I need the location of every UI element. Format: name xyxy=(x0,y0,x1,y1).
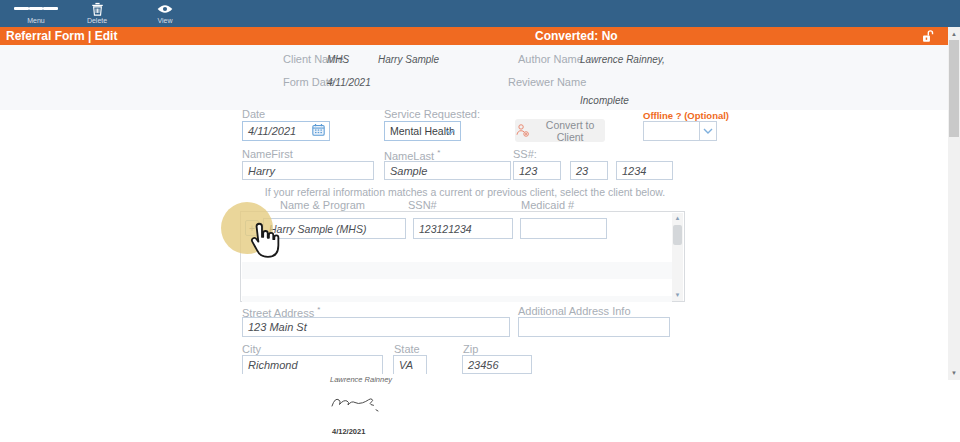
zip-value: 23456 xyxy=(468,359,499,371)
match-hint-text: If your referral information matches a c… xyxy=(240,186,690,198)
signature-name: Lawrence Rainney xyxy=(330,375,392,384)
zip-input[interactable]: 23456 xyxy=(462,355,532,374)
date-label: Date xyxy=(242,108,265,120)
form-header-band: Client Name: MHS Harry Sample Author Nam… xyxy=(0,45,948,110)
offline-input[interactable] xyxy=(643,121,700,141)
grid-scroll-down-icon[interactable]: ▼ xyxy=(672,290,683,301)
ssn-part2-input[interactable]: 23 xyxy=(570,161,608,180)
name-first-label: NameFirst xyxy=(242,148,293,160)
chevron-down-icon xyxy=(445,125,455,137)
top-toolbar: Menu Delete View xyxy=(0,0,960,27)
client-name-value: Harry Sample xyxy=(378,54,439,65)
calendar-icon[interactable] xyxy=(311,123,326,139)
author-name-label: Author Name xyxy=(518,53,583,65)
signature-image xyxy=(330,390,384,424)
select-client-add-button[interactable]: + xyxy=(245,220,259,236)
scroll-down-icon[interactable]: ▼ xyxy=(948,367,960,379)
name-first-input[interactable]: Harry xyxy=(242,161,374,180)
page-scrollbar[interactable]: ▲ ▼ xyxy=(948,27,960,380)
additional-address-input[interactable] xyxy=(518,317,670,337)
delete-label: Delete xyxy=(75,17,119,24)
state-label: State xyxy=(394,343,420,355)
form-title-bar: Referral Form | Edit Converted: No xyxy=(0,27,948,45)
grid-stripe-row xyxy=(242,296,672,302)
plus-icon: + xyxy=(249,223,255,234)
city-label: City xyxy=(242,343,261,355)
offline-optional-label: Offline ? (Optional) xyxy=(643,110,729,121)
convert-to-client-button[interactable]: Convert to Client xyxy=(515,119,605,142)
author-name-value: Lawrence Rainney, xyxy=(580,54,665,65)
form-date-value: 4/11/2021 xyxy=(327,77,371,88)
grid-row-ssn-cell[interactable]: 123121234 xyxy=(413,218,513,239)
date-input[interactable]: 4/11/2021 xyxy=(242,121,330,141)
ssn-part3-value: 1234 xyxy=(622,165,646,177)
chevron-down-icon xyxy=(703,128,713,134)
trash-icon xyxy=(75,2,119,15)
zip-label: Zip xyxy=(463,343,478,355)
required-asterisk: * xyxy=(437,148,440,157)
service-requested-label: Service Requested: xyxy=(384,108,480,120)
delete-button[interactable]: Delete xyxy=(75,2,119,24)
grid-row-name-value: Harry Sample (MHS) xyxy=(269,223,366,235)
state-input[interactable]: VA xyxy=(393,355,427,374)
convert-to-client-label: Convert to Client xyxy=(535,119,605,143)
referral-form-window: Menu Delete View Referral Form | Edit Co… xyxy=(0,0,960,442)
ssn-part1-value: 123 xyxy=(519,165,537,177)
grid-scrollbar[interactable]: ▲ ▼ xyxy=(672,213,683,301)
page-title: Referral Form | Edit xyxy=(6,29,117,43)
person-convert-icon xyxy=(515,122,530,139)
required-asterisk: * xyxy=(317,305,320,314)
grid-row-medicaid-cell[interactable] xyxy=(520,218,607,239)
date-value: 4/11/2021 xyxy=(248,125,296,137)
form-status: Incomplete xyxy=(580,95,629,106)
city-value: Richmond xyxy=(248,359,298,371)
menu-label: Menu xyxy=(14,17,58,24)
grid-scroll-up-icon[interactable]: ▲ xyxy=(672,213,683,224)
name-last-value: Sample xyxy=(390,165,427,177)
ssn-label: SS#: xyxy=(513,148,537,160)
state-value: VA xyxy=(399,359,413,371)
menu-button[interactable]: Menu xyxy=(14,2,58,24)
view-button[interactable]: View xyxy=(143,2,187,24)
name-first-value: Harry xyxy=(248,165,275,177)
client-program-value: MHS xyxy=(327,54,349,65)
street-address-input[interactable]: 123 Main St xyxy=(242,317,510,337)
scroll-up-icon[interactable]: ▲ xyxy=(948,28,960,40)
offline-dropdown-button[interactable] xyxy=(699,121,717,141)
ssn-part1-input[interactable]: 123 xyxy=(513,161,561,180)
additional-address-label: Additional Address Info xyxy=(518,305,631,317)
grid-row-ssn-value: 123121234 xyxy=(419,223,472,235)
grid-row-name-cell[interactable]: Harry Sample (MHS) xyxy=(263,218,406,239)
name-last-input[interactable]: Sample xyxy=(384,161,511,180)
grid-header-medicaid: Medicaid # xyxy=(521,199,574,211)
city-input[interactable]: Richmond xyxy=(242,355,383,374)
menu-icon xyxy=(14,2,58,15)
street-address-value: 123 Main St xyxy=(248,321,307,333)
ssn-part2-value: 23 xyxy=(576,165,588,177)
eye-icon xyxy=(143,2,187,15)
scroll-thumb[interactable] xyxy=(949,40,959,137)
grid-scroll-thumb[interactable] xyxy=(673,225,682,245)
service-requested-select[interactable]: Mental Health xyxy=(384,121,461,141)
grid-stripe-row xyxy=(242,262,672,279)
signature-date: 4/12/2021 xyxy=(332,427,365,436)
grid-header-name-program: Name & Program xyxy=(280,199,365,211)
grid-header-ssn: SSN# xyxy=(408,199,437,211)
name-last-label: NameLast * xyxy=(384,148,440,162)
view-label: View xyxy=(143,17,187,24)
reviewer-name-label: Reviewer Name xyxy=(508,76,586,88)
ssn-part3-input[interactable]: 1234 xyxy=(616,161,673,180)
converted-status: Converted: No xyxy=(535,29,618,43)
